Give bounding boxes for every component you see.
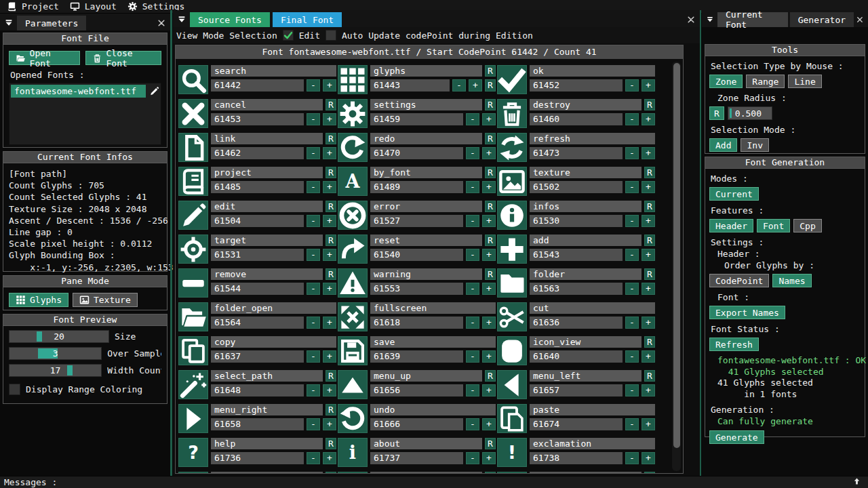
pencil-icon[interactable] xyxy=(178,201,208,230)
glyph-name-input[interactable]: error xyxy=(370,201,482,212)
reset-name-button[interactable] xyxy=(326,472,336,473)
codepoint-plus-button[interactable]: + xyxy=(642,181,655,193)
codepoint-plus-button[interactable]: + xyxy=(323,283,336,295)
glyph-codepoint-input[interactable]: 61658 xyxy=(211,418,304,430)
glyph-icon-button[interactable] xyxy=(338,472,368,473)
floppy-icon[interactable] xyxy=(338,336,368,365)
collapse-arrow-icon[interactable] xyxy=(4,18,14,28)
glyph-name-input[interactable]: destroy xyxy=(530,99,642,110)
tab-source-fonts[interactable]: Source Fonts xyxy=(190,12,270,27)
glyph-codepoint-input[interactable]: 61564 xyxy=(211,317,304,329)
codepoint-minus-button[interactable]: - xyxy=(466,317,479,329)
feature-cpp-button[interactable]: Cpp xyxy=(793,219,821,232)
codepoint-minus-button[interactable]: - xyxy=(466,350,479,363)
reset-name-button[interactable]: R xyxy=(485,99,496,110)
reset-name-button[interactable]: R xyxy=(326,404,336,415)
codepoint-plus-button[interactable]: + xyxy=(482,215,496,227)
glyph-name-input[interactable] xyxy=(370,472,482,473)
glyph-name-input[interactable]: cut xyxy=(530,302,655,314)
glyph-name-input[interactable]: cancel xyxy=(211,99,323,110)
glyph-name-input[interactable]: copy xyxy=(211,336,336,348)
open-font-button[interactable]: Open Font xyxy=(9,51,80,65)
scrollbar-thumb[interactable] xyxy=(673,63,680,448)
codepoint-minus-button[interactable]: - xyxy=(625,452,639,464)
reset-name-button[interactable]: R xyxy=(485,370,496,382)
codepoint-plus-button[interactable]: + xyxy=(482,249,496,261)
codepoint-minus-button[interactable]: - xyxy=(307,283,320,295)
refresh-button[interactable]: Refresh xyxy=(709,338,759,351)
reset-name-button[interactable]: R xyxy=(644,201,655,212)
reset-name-button[interactable]: R xyxy=(485,235,496,246)
selection-type-zone-button[interactable]: Zone xyxy=(709,75,743,88)
glyph-name-input[interactable]: menu_up xyxy=(370,370,482,382)
reset-name-button[interactable]: R xyxy=(485,133,496,144)
codepoint-minus-button[interactable]: - xyxy=(307,113,320,125)
codepoint-minus-button[interactable]: - xyxy=(307,317,320,329)
reset-name-button[interactable]: R xyxy=(326,167,336,178)
redo-icon[interactable] xyxy=(338,133,368,162)
glyph-name-input[interactable]: exclamation xyxy=(530,438,655,449)
reset-name-button[interactable]: R xyxy=(326,133,336,144)
reset-name-button[interactable]: R xyxy=(326,438,336,449)
pane-mode-glyphs-button[interactable]: Glyphs xyxy=(9,293,68,307)
codepoint-minus-button[interactable]: - xyxy=(307,249,320,261)
glyph-name-input[interactable]: undo xyxy=(370,404,496,415)
glyph-codepoint-input[interactable]: 61531 xyxy=(211,249,304,261)
close-font-button[interactable]: Close Font xyxy=(85,51,161,65)
glyph-codepoint-input[interactable]: 61666 xyxy=(370,418,463,430)
book-icon[interactable] xyxy=(178,167,208,196)
glyph-name-input[interactable]: reset xyxy=(370,235,482,246)
reset-name-button[interactable]: R xyxy=(485,167,496,178)
glyph-codepoint-input[interactable]: 61657 xyxy=(530,384,623,396)
mode-current-button[interactable]: Current xyxy=(709,187,759,201)
menu-layout[interactable]: Layout xyxy=(68,0,123,14)
reset-name-button[interactable]: R xyxy=(644,99,655,110)
glyph-name-input[interactable]: help xyxy=(211,438,323,449)
codepoint-minus-button[interactable]: - xyxy=(466,181,479,193)
codepoint-plus-button[interactable]: + xyxy=(642,249,655,261)
scissors-icon[interactable] xyxy=(497,302,527,331)
codepoint-minus-button[interactable]: - xyxy=(452,79,466,92)
glyph-codepoint-input[interactable]: 61459 xyxy=(370,113,463,125)
codepoint-plus-button[interactable]: + xyxy=(323,181,336,193)
glyph-name-input[interactable]: glyphs xyxy=(370,65,482,77)
order-by-codepoint-button[interactable]: CodePoint xyxy=(709,274,769,287)
triangle-up-icon[interactable] xyxy=(338,370,368,399)
opened-fonts-list[interactable]: fontawesome-webfont.ttf xyxy=(9,83,161,145)
codepoint-minus-button[interactable]: - xyxy=(625,79,639,92)
reset-name-button[interactable]: R xyxy=(326,99,336,110)
reset-name-button[interactable]: R xyxy=(644,268,655,280)
grid-icon[interactable] xyxy=(338,65,368,94)
codepoint-minus-button[interactable]: - xyxy=(625,181,639,193)
glyph-codepoint-input[interactable]: 61462 xyxy=(211,147,304,159)
glyph-codepoint-input[interactable]: 61443 xyxy=(370,79,450,92)
menu-project[interactable]: Project xyxy=(5,0,66,14)
glyph-codepoint-input[interactable]: 61736 xyxy=(211,452,304,464)
undo-icon[interactable] xyxy=(338,404,368,433)
codepoint-minus-button[interactable]: - xyxy=(466,113,479,125)
glyph-codepoint-input[interactable]: 61453 xyxy=(211,113,304,125)
page-icon[interactable] xyxy=(178,133,208,162)
over-sample-slider[interactable]: 3 xyxy=(9,347,102,360)
glyph-name-input[interactable]: menu_right xyxy=(211,404,323,415)
codepoint-plus-button[interactable]: + xyxy=(642,418,655,430)
codepoint-minus-button[interactable]: - xyxy=(466,215,479,227)
reset-name-button[interactable] xyxy=(485,472,496,473)
glyph-name-input[interactable]: texture xyxy=(530,167,642,178)
codepoint-plus-button[interactable]: + xyxy=(642,452,655,464)
glyph-codepoint-input[interactable]: 61502 xyxy=(530,181,623,193)
codepoint-plus-button[interactable]: + xyxy=(323,113,336,125)
opened-font-item[interactable]: fontawesome-webfont.ttf xyxy=(11,85,159,98)
reset-name-button[interactable]: R xyxy=(644,370,655,382)
glyph-name-input[interactable]: search xyxy=(211,65,336,77)
reset-name-button[interactable]: R xyxy=(644,235,655,246)
codepoint-plus-button[interactable]: + xyxy=(323,418,336,430)
codepoint-plus-button[interactable]: + xyxy=(482,317,496,329)
reset-name-button[interactable]: R xyxy=(326,201,336,212)
target-icon[interactable] xyxy=(178,235,208,264)
glyph-codepoint-input[interactable]: 61527 xyxy=(370,215,463,227)
glyph-name-input[interactable]: project xyxy=(211,167,323,178)
codepoint-plus-button[interactable]: + xyxy=(482,384,496,396)
codepoint-minus-button[interactable]: - xyxy=(466,147,479,159)
pane-mode-texture-button[interactable]: Texture xyxy=(73,293,138,307)
